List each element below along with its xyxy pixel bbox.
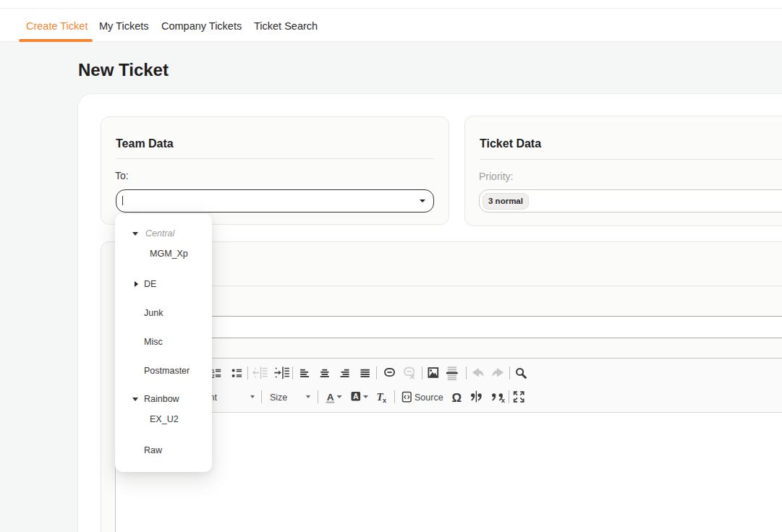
svg-text:1: 1 bbox=[212, 369, 215, 374]
svg-text:A: A bbox=[353, 392, 359, 400]
svg-text:2: 2 bbox=[212, 374, 215, 379]
svg-text:x: x bbox=[383, 397, 386, 404]
svg-text:A: A bbox=[327, 392, 334, 403]
svg-text:x: x bbox=[501, 396, 506, 404]
svg-text:Ω: Ω bbox=[451, 391, 462, 405]
